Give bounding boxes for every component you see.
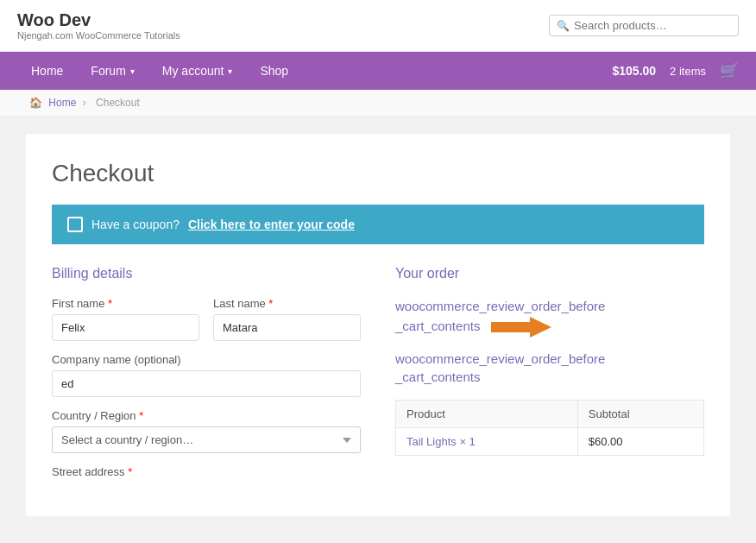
required-star: * (268, 297, 273, 310)
search-bar[interactable]: 🔍 (549, 15, 739, 36)
breadcrumb-current: Checkout (96, 97, 140, 109)
company-input[interactable] (52, 370, 361, 397)
orange-arrow-icon (491, 315, 551, 339)
nav-right: $105.00 2 items 🛒 (612, 61, 739, 80)
first-name-input[interactable] (52, 314, 199, 341)
first-name-label: First name * (52, 297, 199, 310)
checkout-title: Checkout (52, 160, 704, 187)
chevron-down-icon: ▾ (228, 66, 232, 76)
site-logo: Woo Dev Njengah.com WooCommerce Tutorial… (17, 10, 180, 41)
svg-marker-0 (491, 317, 551, 338)
order-table-head: Product Subtotal (396, 401, 704, 428)
order-table-body: Tail Lights × 1 $60.00 (396, 428, 704, 456)
nav-item-shop[interactable]: Shop (246, 52, 302, 90)
required-star: * (139, 409, 143, 422)
table-header-subtotal: Subtotal (577, 401, 703, 428)
search-icon: 🔍 (557, 20, 570, 32)
nav-forum-label: Forum (91, 64, 125, 78)
coupon-icon (67, 217, 83, 232)
coupon-banner: Have a coupon? Click here to enter your … (52, 205, 704, 244)
required-star: * (108, 297, 112, 310)
table-cell-product: Tail Lights × 1 (396, 428, 578, 456)
nav-item-home[interactable]: Home (17, 52, 77, 90)
coupon-text: Have a coupon? (91, 218, 180, 231)
checkout-container: Checkout Have a coupon? Click here to en… (26, 134, 730, 516)
order-table: Product Subtotal Tail Lights × 1 $60.00 (395, 400, 704, 456)
hook1-text: woocommerce_review_order_before _cart_co… (395, 299, 605, 333)
last-name-input[interactable] (213, 314, 361, 341)
table-header-product: Product (396, 401, 578, 428)
cart-amount: $105.00 (612, 64, 656, 78)
site-tagline: Njengah.com WooCommerce Tutorials (17, 30, 180, 41)
breadcrumb-home-icon: 🏠 (29, 97, 42, 109)
nav-myaccount-label: My account (162, 64, 224, 78)
nav-item-forum[interactable]: Forum ▾ (77, 52, 148, 90)
breadcrumb-separator: › (83, 97, 86, 109)
hook2-text: woocommerce_review_order_before _cart_co… (395, 351, 605, 384)
search-input[interactable] (574, 19, 731, 32)
first-name-field: First name * (52, 297, 199, 341)
order-column: Your order woocommerce_review_order_befo… (395, 266, 704, 490)
main-content: Checkout Have a coupon? Click here to en… (0, 117, 756, 534)
chevron-down-icon: ▾ (130, 66, 135, 76)
street-row: Street address * (52, 465, 361, 478)
last-name-field: Last name * (213, 297, 361, 341)
table-header-row: Product Subtotal (396, 401, 704, 428)
table-row: Tail Lights × 1 $60.00 (396, 428, 704, 456)
table-cell-subtotal: $60.00 (577, 428, 703, 456)
site-header: Woo Dev Njengah.com WooCommerce Tutorial… (0, 0, 756, 52)
street-label: Street address * (52, 465, 361, 478)
nav-item-myaccount[interactable]: My account ▾ (148, 52, 247, 90)
order-section-title: Your order (395, 266, 704, 281)
site-title: Woo Dev (17, 10, 180, 30)
required-star: * (128, 465, 132, 478)
company-row: Company name (optional) (52, 353, 361, 397)
last-name-label: Last name * (213, 297, 361, 310)
billing-column: Billing details First name * Last name (52, 266, 361, 490)
product-link[interactable]: Tail Lights × 1 (406, 435, 476, 448)
company-label: Company name (optional) (52, 353, 361, 366)
cart-icon[interactable]: 🛒 (720, 61, 739, 80)
nav-left: Home Forum ▾ My account ▾ Shop (17, 52, 302, 90)
country-select[interactable]: Select a country / region… United States… (52, 426, 361, 453)
hook1-container: woocommerce_review_order_before _cart_co… (395, 297, 704, 339)
country-label: Country / Region * (52, 409, 361, 422)
name-row: First name * Last name * (52, 297, 361, 341)
billing-section-title: Billing details (52, 266, 361, 281)
site-nav: Home Forum ▾ My account ▾ Shop $105.00 2… (0, 52, 756, 90)
checkout-columns: Billing details First name * Last name (52, 266, 704, 490)
breadcrumb: 🏠 Home › Checkout (0, 90, 756, 117)
coupon-link[interactable]: Click here to enter your code (188, 218, 355, 231)
hook2-container: woocommerce_review_order_before _cart_co… (395, 350, 704, 386)
breadcrumb-home-link[interactable]: Home (48, 97, 76, 109)
country-row: Country / Region * Select a country / re… (52, 409, 361, 453)
cart-items-count: 2 items (670, 65, 706, 78)
